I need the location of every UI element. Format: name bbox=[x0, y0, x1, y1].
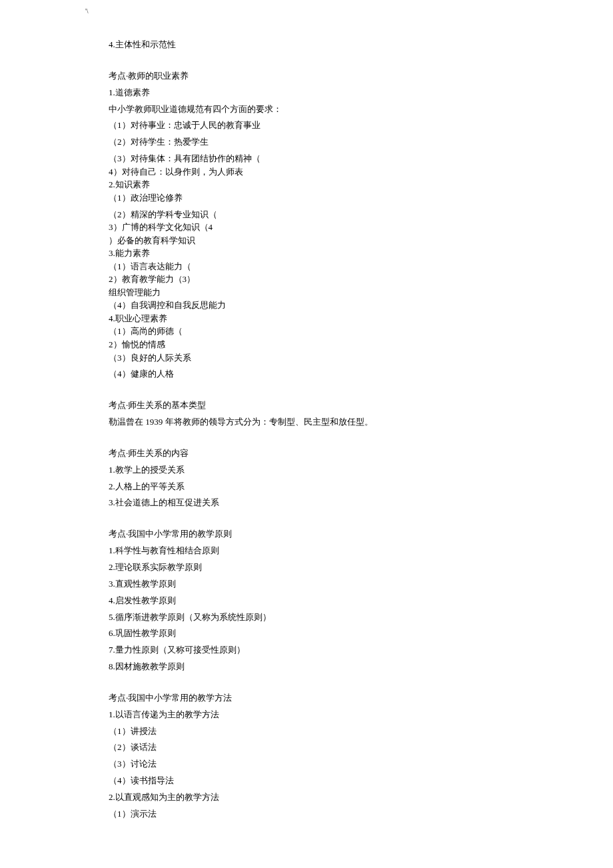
heading-line: 考点·教师的职业素养 bbox=[109, 70, 522, 83]
text-line: （3）讨论法 bbox=[109, 758, 522, 771]
text-line: 4）对待自己：以身作则，为人师表 bbox=[109, 166, 522, 178]
text-line: 3.社会道德上的相互促进关系 bbox=[109, 497, 522, 509]
text-line: 2）愉悦的情感 bbox=[109, 339, 522, 351]
text-line: 6.巩固性教学原则 bbox=[109, 627, 522, 640]
text-line: 4.启发性教学原则 bbox=[109, 595, 522, 607]
text-line: 3.能力素养 bbox=[109, 247, 522, 259]
text-line: 1.科学性与教育性相结合原则 bbox=[109, 545, 522, 557]
text-line: 3.直观性教学原则 bbox=[109, 578, 522, 591]
text-line: 1.以语言传递为主的教学方法 bbox=[109, 709, 522, 721]
text-line: （1）对待事业：忠诚于人民的教育事业 bbox=[109, 119, 522, 132]
text-line: （4）读书指导法 bbox=[109, 775, 522, 787]
text-line: 1.道德素养 bbox=[109, 87, 522, 99]
text-line: 2.知识素养 bbox=[109, 179, 522, 191]
heading-line: 考点·我国中小学常用的教学原则 bbox=[109, 528, 522, 541]
text-line: 2.理论联系实际教学原则 bbox=[109, 561, 522, 574]
text-line: 2.以直观感知为主的教学方法 bbox=[109, 791, 522, 804]
text-line: 中小学教师职业道德规范有四个方面的要求： bbox=[109, 103, 522, 116]
heading-line: 考点·师生关系的内容 bbox=[109, 447, 522, 460]
document-body: 4.主体性和示范性 考点·教师的职业素养 1.道德素养 中小学教师职业道德规范有… bbox=[109, 8, 522, 821]
text-line: （4）健康的人格 bbox=[109, 368, 522, 381]
text-line: （1）语言表达能力（ bbox=[109, 261, 522, 273]
text-line: （1）演示法 bbox=[109, 808, 522, 821]
text-line: （3）良好的人际关系 bbox=[109, 352, 522, 365]
text-line: 勒温曾在 1939 年将教师的领导方式分为：专制型、民主型和放任型。 bbox=[109, 416, 522, 429]
text-line: （2）精深的学科专业知识（ bbox=[109, 209, 522, 221]
text-line: 2）教育教学能力（3） bbox=[109, 273, 522, 285]
text-line: 5.循序渐进教学原则（又称为系统性原则） bbox=[109, 611, 522, 624]
text-line: 4.主体性和示范性 bbox=[109, 39, 522, 51]
text-line: 3）广博的科学文化知识（4 bbox=[109, 221, 522, 233]
text-line: 7.量力性原则（又称可接受性原则） bbox=[109, 644, 522, 657]
text-line: （1）高尚的师德（ bbox=[109, 325, 522, 337]
text-line: ）必备的教育科学知识 bbox=[109, 235, 522, 247]
text-line: 组织管理能力 bbox=[109, 287, 522, 299]
corner-mark: '\ bbox=[85, 7, 89, 17]
text-line: （1）讲授法 bbox=[109, 725, 522, 738]
heading-line: 考点·师生关系的基本类型 bbox=[109, 399, 522, 412]
text-line: （4）自我调控和自我反思能力 bbox=[109, 299, 522, 311]
text-line: （2）谈话法 bbox=[109, 741, 522, 754]
text-line: 4.职业心理素养 bbox=[109, 313, 522, 325]
heading-line: 考点·我国中小学常用的教学方法 bbox=[109, 692, 522, 705]
text-line: （2）对待学生：热爱学生 bbox=[109, 136, 522, 149]
text-line: 8.因材施教教学原则 bbox=[109, 661, 522, 673]
text-line: （3）对待集体：具有团结协作的精神（ bbox=[109, 153, 522, 165]
text-line: 2.人格上的平等关系 bbox=[109, 481, 522, 493]
text-line: （1）政治理论修养 bbox=[109, 192, 522, 205]
text-line: 1.教学上的授受关系 bbox=[109, 464, 522, 477]
